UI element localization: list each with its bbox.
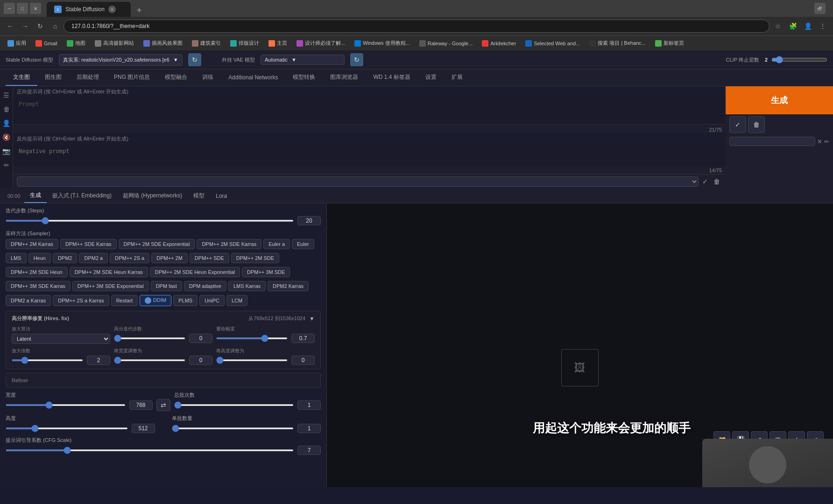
tab-model-convert[interactable]: 模型转换 [285,70,323,86]
sidebar-trash-icon[interactable]: 🗑 [1,104,12,114]
scale-value[interactable] [87,356,110,365]
bookmark-design[interactable]: 排版设计 [226,39,263,48]
scale-slider[interactable] [12,359,83,361]
steps-slider[interactable] [6,220,294,222]
sampler-lms-karras[interactable]: LMS Karras [228,281,266,291]
sampler-euler-a[interactable]: Euler a [263,239,290,249]
height-value[interactable] [132,424,155,433]
bookmark-photo[interactable]: 高清摄影网站 [91,39,138,48]
sub-tab-models[interactable]: 模型 [188,189,210,203]
sampler-dpm-fast[interactable]: DPM fast [151,281,182,291]
sampler-restart[interactable]: Restart [111,295,138,306]
back-btn[interactable]: ← [4,20,17,33]
sampler-dpm2msde-heun-karras[interactable]: DPM++ 2M SDE Heun Karras [70,267,148,277]
accept-btn[interactable]: ✓ [729,116,746,133]
home-btn[interactable]: ⌂ [49,20,62,33]
sidebar-toggle-icon[interactable]: ☰ [1,90,12,100]
bookmark-selected[interactable]: Selected Web and... [522,39,584,48]
batch-size-slider[interactable] [172,427,294,429]
profile-btn[interactable]: 👤 [801,20,814,33]
model-refresh-btn[interactable]: ↻ [188,53,201,66]
sub-tab-generate[interactable]: 生成 [24,189,47,203]
style-apply-btn[interactable]: ✓ [700,177,710,186]
sidebar-mute-icon[interactable]: 🔇 [1,132,12,142]
sub-tab-lora[interactable]: Lora [210,190,233,202]
sampler-dpm-adaptive[interactable]: DPM adaptive [184,281,226,291]
sampler-dpm2sa[interactable]: DPM++ 2S a [110,253,149,263]
bookmark-maps[interactable]: 地图 [63,39,89,48]
sampler-ddim[interactable]: DDIM [140,295,171,306]
model-select[interactable]: 真实系: realisticVisionV20_v20.safetensors … [59,54,183,66]
sidebar-person-icon[interactable]: 👤 [1,118,12,128]
height-slider[interactable] [6,427,128,429]
refresh-btn[interactable]: ↻ [34,20,47,33]
sampler-dpmsde[interactable]: DPM++ SDE [190,253,229,263]
sampler-lms[interactable]: LMS [6,253,27,263]
resize-h-value[interactable] [291,356,315,365]
extensions-btn[interactable]: 🧩 [786,20,799,33]
minimize-btn[interactable]: ─ [4,3,15,14]
bookmark-home[interactable]: 主页 [265,39,291,48]
style-selector[interactable] [729,137,815,146]
bookmark-drawing[interactable]: 插画风效果图 [140,39,186,48]
bookmark-arch[interactable]: 建筑索引 [188,39,225,48]
hires-steps-value[interactable] [189,334,212,343]
style-delete-btn[interactable]: 🗑 [712,177,722,186]
sampler-unipc[interactable]: UniPC [199,295,225,306]
sampler-dpm2msde-exp[interactable]: DPM++ 2M SDE Exponential [119,239,195,249]
tab-train[interactable]: 训练 [195,70,221,86]
sampler-dpm3msde-exp[interactable]: DPM++ 3M SDE Exponential [72,281,149,291]
sub-tab-hypernetworks[interactable]: 超网络 (Hypernetworks) [117,189,188,203]
sampler-dpm2msde-heun[interactable]: DPM++ 2M SDE Heun [6,267,68,277]
style-edit-btn[interactable]: ✏ [824,138,829,145]
positive-prompt-input[interactable] [13,97,726,125]
vae-select[interactable]: Automatic ▼ [261,55,345,65]
sampler-dpm2msde[interactable]: DPM++ 2M SDE [231,253,279,263]
tab-additional-networks[interactable]: Additional Networks [221,70,285,85]
resize-h-slider[interactable] [216,359,288,361]
generate-btn[interactable]: 生成 [726,86,833,114]
batch-count-slider[interactable] [174,404,294,406]
tab-wd-tagger[interactable]: WD 1.4 标签器 [366,70,417,86]
tab-settings[interactable]: 设置 [418,70,444,86]
sampler-lcm[interactable]: LCM [226,295,247,306]
sampler-euler[interactable]: Euler [292,239,314,249]
steps-value-input[interactable] [297,216,321,225]
bookmark-newtab[interactable]: 新标签页 [651,39,688,48]
tab-gallery[interactable]: 图库浏览器 [323,70,366,86]
denoise-value[interactable] [291,334,315,343]
tab-extensions[interactable]: 扩展 [444,70,470,86]
sampler-dpm2sa-karras[interactable]: DPM++ 2S a Karras [53,295,109,306]
address-bar-input[interactable] [64,20,769,33]
sidebar-brush-icon[interactable]: ✏ [1,160,12,170]
negative-prompt-input[interactable] [13,144,726,165]
bookmark-star-btn[interactable]: ☆ [771,20,784,33]
bookmark-designer[interactable]: 设计师必须了解... [293,39,349,48]
tab-pnginfo[interactable]: PNG 图片信息 [106,70,157,86]
tab-extras[interactable]: 后期处理 [69,70,106,86]
maximize-btn[interactable]: □ [17,3,28,14]
hires-steps-slider[interactable] [114,337,185,339]
sampler-dpm2[interactable]: DPM2 [53,253,78,263]
sampler-dpm3msde-karras[interactable]: DPM++ 3M SDE Karras [6,281,71,291]
close-btn[interactable]: ✕ [30,3,41,14]
width-slider[interactable] [6,404,126,406]
sampler-heun[interactable]: Heun [28,253,51,263]
batch-size-value[interactable] [297,424,321,433]
sampler-dpm2a-karras[interactable]: DPM2 a Karras [6,295,51,306]
vae-refresh-btn[interactable]: ↻ [350,53,363,66]
bookmark-arkitekcher[interactable]: Arkitekcher [478,39,520,48]
resize-w-slider[interactable] [114,359,185,361]
bookmark-apps[interactable]: 应用 [4,39,30,48]
swap-wh-btn[interactable]: ⇄ [156,399,170,411]
delete-btn[interactable]: 🗑 [748,116,765,133]
menu-btn[interactable]: ⋮ [816,20,829,33]
forward-btn[interactable]: → [19,20,32,33]
sampler-dpm2a[interactable]: DPM2 a [79,253,108,263]
batch-count-value[interactable] [297,400,321,410]
clip-slider[interactable] [771,56,827,63]
tab-img2img[interactable]: 图生图 [37,70,69,86]
bookmark-gmail[interactable]: Gmail [32,39,61,48]
sampler-plms[interactable]: PLMS [173,295,198,306]
cfg-slider[interactable] [6,449,294,451]
